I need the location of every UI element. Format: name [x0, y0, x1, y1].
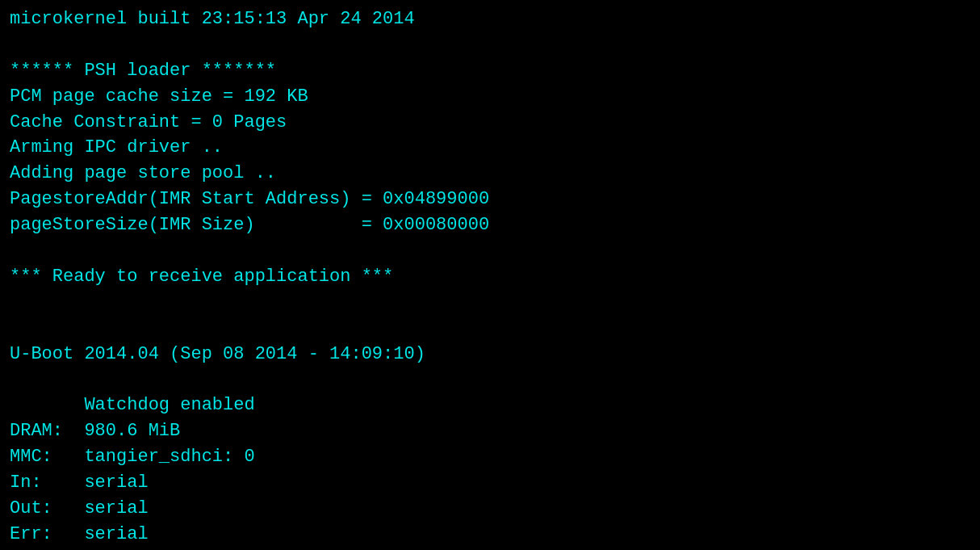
terminal-line-line-9: *** Ready to receive application ***: [10, 264, 970, 290]
terminal-line-line-13: MMC: tangier_sdhci: 0: [10, 444, 970, 470]
terminal-line-line-15: Out: serial: [10, 496, 970, 522]
terminal-line-line-4: Cache Constraint = 0 Pages: [10, 110, 970, 136]
terminal-line-blank-4: [10, 316, 970, 342]
terminal-line-line-10: U-Boot 2014.04 (Sep 08 2014 - 14:09:10): [10, 342, 970, 367]
terminal-line-line-12: DRAM: 980.6 MiB: [10, 418, 970, 444]
terminal-line-line-16: Err: serial: [10, 522, 970, 548]
terminal-line-blank-5: [10, 367, 970, 393]
terminal-line-line-5: Arming IPC driver ..: [10, 135, 970, 161]
terminal-line-blank-3: [10, 290, 970, 316]
terminal-line-line-8: pageStoreSize(IMR Size) = 0x00080000: [10, 212, 970, 238]
terminal-line-line-2: ****** PSH loader *******: [10, 58, 970, 84]
terminal-line-blank-1: [10, 32, 970, 58]
terminal-line-line-6: Adding page store pool ..: [10, 161, 970, 187]
terminal-line-blank-2: [10, 238, 970, 264]
terminal-line-line-7: PagestoreAddr(IMR Start Address) = 0x048…: [10, 187, 970, 212]
terminal-line-line-3: PCM page cache size = 192 KB: [10, 84, 970, 110]
terminal-line-line-11: Watchdog enabled: [10, 393, 970, 418]
terminal-line-line-1: microkernel built 23:15:13 Apr 24 2014: [10, 6, 970, 32]
terminal-output: microkernel built 23:15:13 Apr 24 2014**…: [10, 6, 970, 550]
terminal-line-line-14: In: serial: [10, 470, 970, 496]
